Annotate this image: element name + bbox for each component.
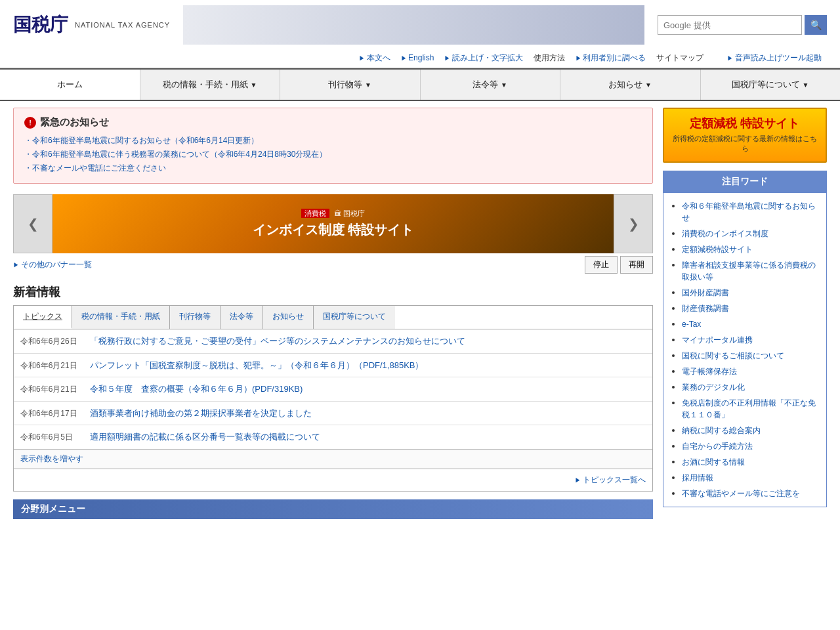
news-table: 令和6年6月26日 「税務行政に対するご意見・ご要望の受付」ページ等のシステムメ…: [13, 329, 653, 450]
list-item: 納税に関する総合案内: [682, 423, 818, 438]
show-more-link[interactable]: 表示件数を増やす: [13, 450, 653, 469]
trending-link-5[interactable]: 財産債務調書: [682, 304, 729, 313]
news-link-2[interactable]: 令和５年度 査察の概要（令和６年６月）(PDF/319KB): [90, 383, 646, 396]
nav-item-notices[interactable]: お知らせ ▼: [560, 70, 701, 100]
trending-link-10[interactable]: 業務のデジタル化: [682, 383, 745, 392]
header-banner-image: [183, 5, 644, 45]
trending-link-6[interactable]: e-Tax: [682, 320, 701, 329]
list-item: 免税店制度の不正利用情報「不正な免税１１０番」: [682, 395, 818, 423]
trending-link-9[interactable]: 電子帳簿保存法: [682, 367, 737, 376]
logo-en: NATIONAL TAX AGENCY: [75, 21, 170, 29]
trending-link-2[interactable]: 定額減税特設サイト: [682, 245, 753, 254]
nav-item-publications[interactable]: 刊行物等 ▼: [280, 70, 421, 100]
trending-link-1[interactable]: 消費税のインボイス制度: [682, 229, 768, 238]
trending-link-4[interactable]: 国外財産調書: [682, 288, 729, 297]
news-section: 新着情報 トピックス 税の情報・手続・用紙 刊行物等 法令等 お知らせ 国税庁等…: [13, 284, 653, 492]
trending-section: 注目ワード 令和６年能登半島地震に関するお知らせ 消費税のインボイス制度 定額減…: [663, 171, 827, 507]
list-item: 財産債務調書: [682, 301, 818, 316]
emergency-link-0[interactable]: ・令和6年能登半島地震に関するお知らせ（令和6年6月14日更新）: [24, 134, 642, 148]
banner-image-content: 消費税 🏛 国税庁 インボイス制度 特設サイト: [247, 203, 419, 244]
news-tab-notices[interactable]: お知らせ: [263, 306, 314, 329]
trending-link-0[interactable]: 令和６年能登半島地震に関するお知らせ: [682, 201, 816, 222]
header: 国税庁 NATIONAL TAX AGENCY 🔍 本文へ English 読み…: [0, 0, 840, 68]
news-tab-about[interactable]: 国税庁等について: [314, 306, 395, 329]
news-section-title: 新着情報: [13, 284, 653, 300]
sidebar-banner-title: 定額減税 特設サイト: [672, 117, 818, 131]
list-item: 電子帳簿保存法: [682, 364, 818, 379]
trending-link-8[interactable]: 国税に関するご相談について: [682, 351, 784, 360]
emergency-notice: ! 緊急のお知らせ ・令和6年能登半島地震に関するお知らせ（令和6年6月14日更…: [13, 108, 653, 184]
link-english[interactable]: English: [396, 52, 440, 64]
sidebar: 定額減税 特設サイト 所得税の定額減税に関する最新の情報はこちら 注目ワード 令…: [663, 108, 827, 519]
banner-restart-button[interactable]: 再開: [620, 256, 653, 274]
table-row: 令和6年6月26日 「税務行政に対するご意見・ご要望の受付」ページ等のシステムメ…: [14, 329, 652, 354]
banner-prev-button[interactable]: ❮: [13, 194, 52, 253]
link-voice-tool[interactable]: 音声読み上げツール起動: [722, 51, 827, 65]
news-tab-tax-info[interactable]: 税の情報・手続・用紙: [72, 306, 170, 329]
banner-stop-button[interactable]: 停止: [585, 256, 618, 274]
list-item: e-Tax: [682, 316, 818, 332]
header-links: 本文へ English 読み上げ・文字拡大 使用方法 利用者別に調べる サイトマ…: [0, 50, 840, 68]
table-row: 令和6年6月17日 酒類事業者向け補助金の第２期採択事業者を決定しました: [14, 402, 652, 426]
label-sitemap: サイトマップ: [651, 51, 709, 65]
main-nav: ホーム 税の情報・手続・用紙 ▼ 刊行物等 ▼ 法令等 ▼ お知らせ ▼ 国税庁…: [0, 68, 840, 101]
emergency-link-2[interactable]: ・不審なメールや電話にご注意ください: [24, 161, 642, 175]
trending-link-13[interactable]: 自宅からの手続方法: [682, 442, 753, 451]
banner-next-button[interactable]: ❯: [614, 194, 653, 253]
trending-link-11[interactable]: 免税店制度の不正利用情報「不正な免税１１０番」: [682, 398, 816, 419]
header-top: 国税庁 NATIONAL TAX AGENCY 🔍: [0, 0, 840, 50]
emergency-link-1[interactable]: ・令和6年能登半島地震に伴う税務署の業務について（令和6年4月24日8時30分現…: [24, 148, 642, 161]
content-area: ! 緊急のお知らせ ・令和6年能登半島地震に関するお知らせ（令和6年6月14日更…: [13, 108, 653, 519]
nav-item-about[interactable]: 国税庁等について ▼: [701, 70, 841, 100]
banner-tag-agency: 🏛 国税庁: [334, 209, 365, 217]
link-by-user[interactable]: 利用者別に調べる: [570, 51, 652, 65]
banner-list-link[interactable]: その他のバナー一覧: [13, 259, 92, 270]
news-date-0: 令和6年6月26日: [20, 335, 79, 347]
trending-list: 令和６年能登半島地震に関するお知らせ 消費税のインボイス制度 定額減税特設サイト…: [674, 193, 826, 507]
logo-area: 国税庁 NATIONAL TAX AGENCY: [13, 12, 170, 37]
table-row: 令和6年6月21日 令和５年度 査察の概要（令和６年６月）(PDF/319KB): [14, 377, 652, 402]
news-tab-publications[interactable]: 刊行物等: [170, 306, 220, 329]
news-link-1[interactable]: パンフレット「国税査察制度～脱税は、犯罪。～」（令和６年６月）（PDF/1,88…: [90, 359, 646, 372]
search-input[interactable]: [658, 15, 802, 35]
link-main-content[interactable]: 本文へ: [354, 51, 396, 65]
list-item: 令和６年能登半島地震に関するお知らせ: [682, 198, 818, 226]
news-link-3[interactable]: 酒類事業者向け補助金の第２期採択事業者を決定しました: [90, 407, 646, 420]
sidebar-banner[interactable]: 定額減税 特設サイト 所得税の定額減税に関する最新の情報はこちら: [663, 108, 827, 163]
news-tab-laws[interactable]: 法令等: [220, 306, 263, 329]
banner-controls: その他のバナー一覧 停止 再開: [13, 256, 653, 274]
search-button[interactable]: 🔍: [805, 15, 827, 35]
banner-image: 消費税 🏛 国税庁 インボイス制度 特設サイト: [52, 194, 614, 253]
search-area: 🔍: [658, 15, 827, 35]
banner-playback-buttons: 停止 再開: [585, 256, 653, 274]
trending-link-3[interactable]: 障害者相談支援事業等に係る消費税の取扱い等: [682, 261, 816, 282]
logo-kanji[interactable]: 国税庁: [13, 12, 68, 37]
news-tab-topics[interactable]: トピックス: [14, 306, 72, 329]
list-item: 採用情報: [682, 470, 818, 486]
topics-list-link[interactable]: トピックス一覧へ: [575, 474, 646, 486]
trending-link-12[interactable]: 納税に関する総合案内: [682, 426, 761, 435]
nav-item-laws[interactable]: 法令等 ▼: [421, 70, 561, 100]
trending-link-14[interactable]: お酒に関する情報: [682, 457, 745, 467]
news-link-4[interactable]: 適用額明細書の記載に係る区分番号一覧表等の掲載について: [90, 430, 646, 444]
topics-list-link-area: トピックス一覧へ: [13, 469, 653, 492]
trending-link-7[interactable]: マイナポータル連携: [682, 335, 753, 345]
nav-item-home[interactable]: ホーム: [0, 70, 140, 100]
main-content-area: ! 緊急のお知らせ ・令和6年能登半島地震に関するお知らせ（令和6年6月14日更…: [0, 101, 840, 526]
banner-area: ❮ 消費税 🏛 国税庁 インボイス制度 特設サイト ❯ その他のバナー一覧 停止: [13, 194, 653, 274]
news-tabs: トピックス 税の情報・手続・用紙 刊行物等 法令等 お知らせ 国税庁等について: [13, 305, 653, 329]
banner-tag-tax: 消費税: [301, 209, 329, 218]
trending-link-16[interactable]: 不審な電話やメール等にご注意を: [682, 489, 800, 498]
news-date-3: 令和6年6月17日: [20, 407, 79, 419]
list-item: マイナポータル連携: [682, 332, 818, 348]
banner-container: ❮ 消費税 🏛 国税庁 インボイス制度 特設サイト ❯: [13, 194, 653, 253]
list-item: 消費税のインボイス制度: [682, 226, 818, 242]
banner-main-text: インボイス制度 特設サイト: [253, 221, 414, 239]
list-item: 不審な電話やメール等にご注意を: [682, 486, 818, 501]
link-text-size[interactable]: 読み上げ・文字拡大: [439, 51, 528, 65]
list-item: 国税に関するご相談について: [682, 348, 818, 364]
news-link-0[interactable]: 「税務行政に対するご意見・ご要望の受付」ページ等のシステムメンテナンスのお知らせ…: [90, 335, 646, 348]
nav-item-tax-info[interactable]: 税の情報・手続・用紙 ▼: [140, 70, 281, 100]
news-date-2: 令和6年6月21日: [20, 383, 79, 395]
trending-link-15[interactable]: 採用情報: [682, 473, 713, 482]
